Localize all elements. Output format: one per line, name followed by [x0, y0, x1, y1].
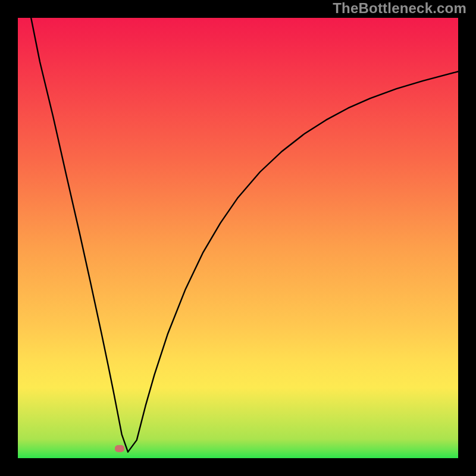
watermark-text: TheBottleneck.com — [333, 0, 466, 17]
bottleneck-curve — [31, 18, 458, 452]
vertex-marker — [115, 445, 124, 452]
curve-svg — [18, 18, 458, 458]
plot-area — [18, 18, 458, 458]
chart-frame: TheBottleneck.com — [0, 0, 476, 476]
